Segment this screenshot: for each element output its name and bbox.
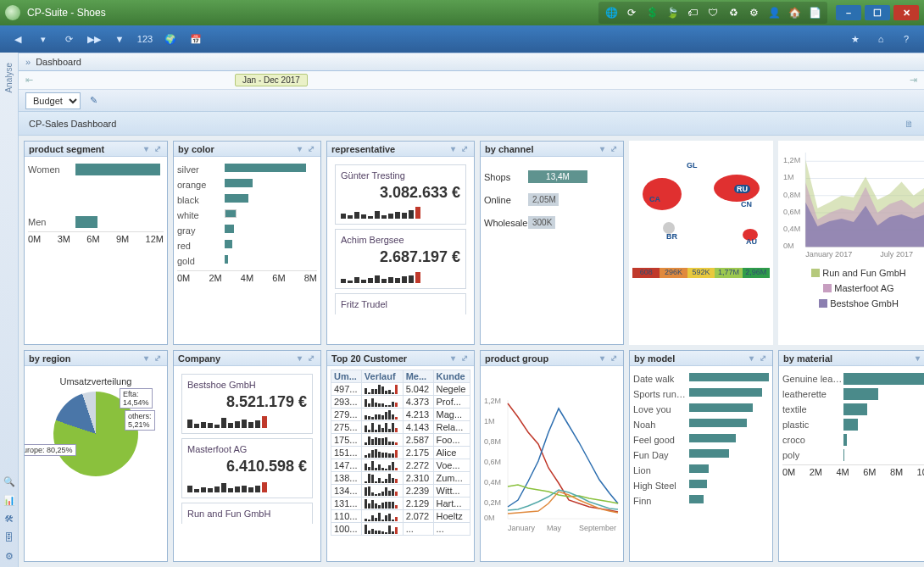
- map-scale: 608 296K 592K 1,77M 2,96M: [632, 268, 770, 278]
- timeline-start-icon[interactable]: ⇤: [25, 75, 33, 86]
- line-chart[interactable]: 1,2M1M0,8M0,6M0,4M0,2M0M JanuaryMaySepte…: [484, 370, 620, 558]
- top20-table[interactable]: Um... Verlauf Me... Kunde 497...5.042Neg…: [331, 370, 470, 536]
- rail-search-icon[interactable]: 🔍: [2, 474, 17, 489]
- expand-icon[interactable]: ⤢: [459, 353, 470, 364]
- scope-select[interactable]: Budget: [25, 92, 81, 109]
- svg-text:0,8M: 0,8M: [484, 437, 501, 446]
- rail-db-icon[interactable]: 🗄: [2, 530, 17, 545]
- chart-by-material[interactable]: Genuine leatherleatherettetextileplastic…: [782, 373, 924, 461]
- table-row[interactable]: 151...2.175Alice: [331, 447, 470, 459]
- rail-settings-icon[interactable]: ⚙: [2, 548, 17, 564]
- pie-chart[interactable]: Europe: 80,25% Efta: 14,54% others: 5,21…: [53, 392, 138, 476]
- table-row[interactable]: 275...4.143Rela...: [331, 421, 470, 434]
- page-icon[interactable]: 🗎: [905, 119, 914, 129]
- shield-icon[interactable]: 🛡: [704, 3, 722, 22]
- tag-icon[interactable]: 🏷: [683, 3, 702, 22]
- maximize-button[interactable]: ☐: [865, 5, 890, 20]
- area-chart[interactable]: 1,2M1M0,8M0,6M0,4M0M January 2017July 20…: [782, 144, 924, 264]
- breadcrumb-bar: » Dashboard: [19, 53, 924, 71]
- forward-icon[interactable]: ▶▶: [83, 28, 105, 50]
- timeline-range[interactable]: Jan - Dec 2017: [235, 74, 308, 86]
- funnel-icon[interactable]: ▾: [294, 353, 304, 364]
- breadcrumb-label[interactable]: Dashboard: [36, 57, 81, 67]
- table-row[interactable]: 138...2.310Zum...: [331, 472, 470, 485]
- chart-by-model[interactable]: Date walkSports runnerLove youNoahFeel g…: [633, 373, 769, 507]
- expand-icon[interactable]: ⤢: [609, 144, 619, 154]
- expand-icon[interactable]: ⤢: [609, 353, 619, 364]
- expand-icon[interactable]: ⤢: [459, 144, 470, 154]
- recycle-icon[interactable]: ♻: [724, 3, 743, 22]
- table-row[interactable]: 100.........: [331, 523, 470, 536]
- funnel-icon[interactable]: ▾: [597, 144, 607, 154]
- rail-tools-icon[interactable]: 🛠: [2, 511, 17, 526]
- expand-icon[interactable]: ⤢: [306, 353, 316, 364]
- timeline-end-icon[interactable]: ⇥: [910, 75, 917, 86]
- chart-by-channel[interactable]: Shops13,4M Online2,05M Wholesale300K: [484, 170, 620, 229]
- sync-icon[interactable]: ⟳: [58, 28, 80, 50]
- home-toolbar-icon[interactable]: ⌂: [870, 28, 892, 50]
- funnel-icon[interactable]: ▾: [448, 144, 458, 154]
- table-row[interactable]: 175...2.587Foo...: [331, 434, 470, 447]
- expand-icon[interactable]: ⤢: [153, 144, 163, 154]
- funnel-icon[interactable]: ▾: [597, 353, 607, 364]
- timeline-bar[interactable]: ⇤ Jan - Dec 2017 ⇥: [19, 71, 924, 90]
- minimize-button[interactable]: –: [836, 5, 861, 20]
- table-row[interactable]: 131...2.129Hart...: [331, 498, 470, 510]
- expand-icon[interactable]: ⤢: [306, 144, 316, 154]
- rail-chart-icon[interactable]: 📊: [2, 492, 17, 508]
- back-icon[interactable]: ◀: [7, 28, 29, 50]
- money-icon[interactable]: 💲: [643, 3, 661, 22]
- panel-representative: representative▾⤢ Günter Tresting 3.082.6…: [326, 141, 475, 345]
- gear-icon[interactable]: ⚙: [744, 3, 763, 22]
- help-icon[interactable]: ?: [895, 28, 917, 50]
- note-icon[interactable]: 📄: [805, 3, 824, 22]
- globe-icon[interactable]: 🌐: [602, 3, 621, 22]
- funnel-icon[interactable]: ▾: [912, 353, 922, 364]
- breadcrumb-collapse-icon[interactable]: »: [25, 57, 31, 67]
- table-row[interactable]: 279...4.213Mag...: [331, 409, 470, 421]
- table-row[interactable]: 147...2.272Voe...: [331, 459, 470, 472]
- rep-card[interactable]: Günter Tresting 3.082.633 €: [335, 164, 466, 225]
- numbers-icon[interactable]: 123: [134, 28, 156, 50]
- panel-title: by color: [178, 144, 214, 154]
- filter-icon[interactable]: ▼: [109, 28, 131, 50]
- expand-icon[interactable]: ⤢: [758, 353, 768, 364]
- window-controls: – ☐ ✕: [836, 5, 919, 20]
- company-card[interactable]: Masterfoot AG 6.410.598 €: [181, 438, 313, 498]
- table-row[interactable]: 134...2.239Witt...: [331, 485, 470, 498]
- scope-bar: Budget ✎: [19, 90, 924, 112]
- edit-icon[interactable]: ✎: [86, 93, 101, 108]
- funnel-icon[interactable]: ▾: [746, 353, 756, 364]
- refresh-icon[interactable]: ⟳: [622, 3, 641, 22]
- svg-text:0M: 0M: [783, 242, 794, 250]
- chart-by-color[interactable]: silver orange black white gray red gold: [177, 164, 317, 267]
- svg-text:1,2M: 1,2M: [783, 156, 800, 164]
- funnel-icon[interactable]: ▾: [448, 353, 458, 364]
- world-icon[interactable]: 🌍: [159, 28, 181, 50]
- dashboard-header: CP-Sales Dashboard 🗎: [19, 112, 924, 136]
- world-map[interactable]: GL CA BR RU CN AU: [632, 144, 770, 263]
- favorite-icon[interactable]: ★: [844, 28, 866, 50]
- rep-card[interactable]: Fritz Trudel: [335, 293, 466, 314]
- rail-analyse-tab[interactable]: Analyse: [4, 63, 14, 93]
- table-row[interactable]: 110...2.072Hoeltz: [331, 510, 470, 523]
- user-icon[interactable]: 👤: [765, 3, 783, 22]
- dropdown-icon[interactable]: ▾: [32, 28, 54, 50]
- company-card[interactable]: Run and Fun GmbH: [181, 503, 313, 524]
- rep-card[interactable]: Achim Bergsee 2.687.197 €: [335, 229, 466, 289]
- side-rail: Analyse 🔍 📊 🛠 🗄 ⚙: [0, 53, 19, 567]
- funnel-icon[interactable]: ▾: [141, 353, 151, 364]
- calendar-icon[interactable]: 📅: [185, 28, 207, 50]
- expand-icon[interactable]: ⤢: [153, 353, 163, 364]
- table-row[interactable]: 293...4.373Prof...: [331, 396, 470, 409]
- funnel-icon[interactable]: ▾: [141, 144, 151, 154]
- leaf-icon[interactable]: 🍃: [663, 3, 682, 22]
- panel-by-channel: by channel▾⤢ Shops13,4M Online2,05M Whol…: [480, 141, 624, 345]
- panel-top20: Top 20 Customer▾⤢ Um... Verlauf Me... Ku…: [326, 350, 475, 562]
- table-row[interactable]: 497...5.042Negele: [331, 383, 470, 396]
- home-icon[interactable]: 🏠: [785, 3, 804, 22]
- close-button[interactable]: ✕: [893, 5, 919, 20]
- company-card[interactable]: Bestshoe GmbH 8.521.179 €: [181, 374, 313, 434]
- funnel-icon[interactable]: ▾: [294, 144, 304, 154]
- chart-product-segment[interactable]: Women Men: [28, 164, 164, 228]
